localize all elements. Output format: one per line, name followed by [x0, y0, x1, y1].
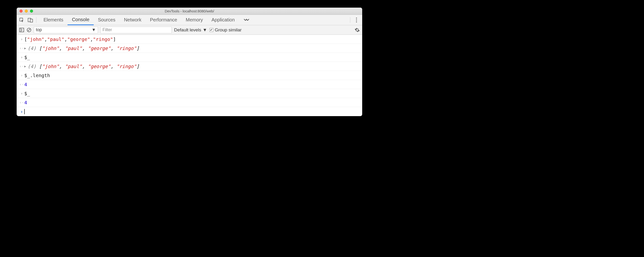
console-output-code[interactable]: 4: [24, 82, 27, 87]
console-output-row: ‹· ▶ (4) ["john", "paul", "george", "rin…: [17, 44, 362, 53]
input-prompt-icon: ›: [19, 73, 24, 78]
console-input-code[interactable]: $_: [24, 91, 30, 96]
console-sidebar-toggle-icon[interactable]: [19, 28, 24, 32]
execution-context-select[interactable]: top ▼: [34, 27, 98, 33]
context-value: top: [36, 27, 42, 32]
console-input-row: › ["john","paul","george","ringo"]: [17, 35, 362, 44]
console-output-code[interactable]: 4: [24, 100, 27, 105]
toolbar-divider-right: [350, 17, 350, 23]
input-prompt-icon: ›: [19, 91, 24, 96]
output-arrow-icon: ‹·: [19, 64, 24, 69]
devtools-window: DevTools - localhost:8080/web/ Elements …: [17, 8, 362, 116]
tabs-overflow-icon[interactable]: [239, 15, 254, 25]
output-arrow-icon: ‹·: [19, 100, 24, 105]
tab-console[interactable]: Console: [68, 15, 94, 25]
main-toolbar: Elements Console Sources Network Perform…: [17, 15, 362, 25]
tab-sources[interactable]: Sources: [94, 15, 120, 25]
clear-console-icon[interactable]: [27, 28, 32, 32]
console-input-code[interactable]: $_.length: [24, 73, 50, 78]
checkbox-checked-icon: ✔: [210, 28, 213, 32]
input-prompt-icon: ›: [19, 55, 24, 60]
console-prompt-row[interactable]: ›: [17, 107, 362, 116]
device-toggle-icon[interactable]: [28, 17, 33, 23]
console-input-code[interactable]: ["john","paul","george","ringo"]: [24, 36, 116, 42]
group-similar-label: Group similar: [215, 27, 242, 33]
active-prompt-icon: ›: [19, 109, 24, 114]
console-input-row: › $_: [17, 89, 362, 98]
console-toolbar: top ▼ Filter Default levels ▼ ✔ Group si…: [17, 25, 362, 35]
group-similar-toggle[interactable]: ✔ Group similar: [210, 27, 242, 33]
toolbar-divider: [36, 17, 36, 23]
svg-line-6: [28, 29, 30, 31]
titlebar: DevTools - localhost:8080/web/: [17, 8, 362, 15]
output-arrow-icon: ‹·: [19, 46, 24, 51]
window-title: DevTools - localhost:8080/web/: [17, 9, 362, 13]
console-output-code[interactable]: (4) ["john", "paul", "george", "ringo"]: [28, 46, 139, 51]
console-output: › ["john","paul","george","ringo"] ‹· ▶ …: [17, 35, 362, 116]
output-arrow-icon: ‹·: [19, 82, 24, 87]
tab-elements[interactable]: Elements: [39, 15, 68, 25]
log-levels-select[interactable]: Default levels ▼: [174, 27, 207, 33]
console-output-code[interactable]: (4) ["john", "paul", "george", "ringo"]: [28, 64, 139, 69]
dropdown-caret-icon: ▼: [92, 27, 96, 32]
text-cursor: [24, 109, 25, 114]
levels-label: Default levels: [174, 27, 201, 33]
tab-network[interactable]: Network: [120, 15, 146, 25]
inspect-element-icon[interactable]: [19, 17, 24, 23]
console-settings-icon[interactable]: [354, 27, 360, 33]
expand-object-icon[interactable]: ▶: [24, 46, 26, 50]
panel-tabs: Elements Console Sources Network Perform…: [39, 15, 254, 25]
svg-rect-2: [30, 19, 32, 22]
expand-object-icon[interactable]: ▶: [24, 65, 26, 68]
input-prompt-icon: ›: [19, 37, 24, 41]
console-input-code[interactable]: $_: [24, 55, 30, 60]
filter-input[interactable]: Filter: [100, 27, 172, 33]
tab-performance[interactable]: Performance: [146, 15, 182, 25]
console-output-row: ‹· ▶ (4) ["john", "paul", "george", "rin…: [17, 62, 362, 71]
filter-placeholder: Filter: [102, 27, 112, 32]
console-output-row: ‹· 4: [17, 98, 362, 107]
console-output-row: ‹· 4: [17, 80, 362, 89]
console-input-row: › $_: [17, 53, 362, 62]
settings-menu-icon[interactable]: [353, 18, 360, 22]
tab-memory[interactable]: Memory: [182, 15, 207, 25]
console-input-row: › $_.length: [17, 71, 362, 80]
dropdown-caret-icon: ▼: [202, 27, 207, 33]
tab-application[interactable]: Application: [207, 15, 239, 25]
